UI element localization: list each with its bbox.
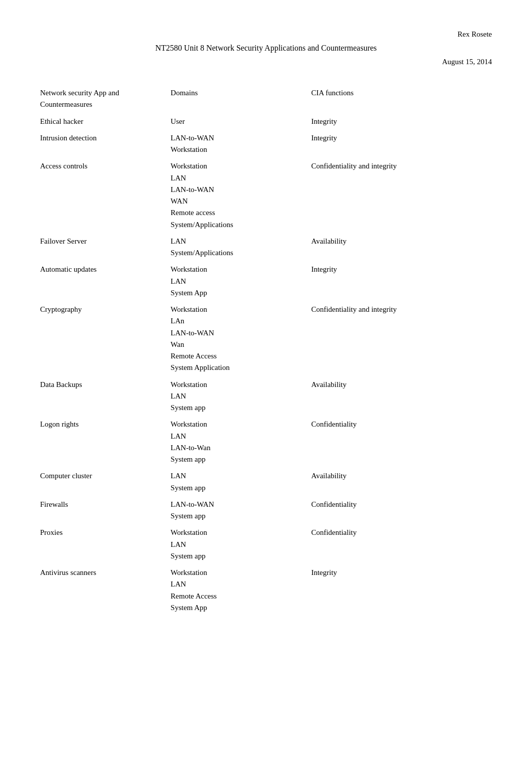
cia-cell: Confidentiality: [311, 415, 492, 466]
app-name: Ethical hacker: [40, 112, 171, 128]
domains-cell: WorkstationLANSystem App: [171, 260, 312, 300]
app-name: Intrusion detection: [40, 128, 171, 157]
cia-cell: Integrity: [311, 128, 492, 157]
cia-cell: Confidentiality and integrity: [311, 156, 492, 232]
app-name: Failover Server: [40, 232, 171, 260]
table-row: Intrusion detectionLAN-to-WANWorkstation…: [40, 128, 492, 157]
domains-cell: LANSystem app: [171, 466, 312, 495]
domains-cell: WorkstationLANLAN-to-WANWANRemote access…: [171, 156, 312, 232]
cia-cell: Integrity: [311, 260, 492, 300]
app-name: Firewalls: [40, 495, 171, 523]
domains-cell: WorkstationLANSystem app: [171, 375, 312, 415]
table-row: Data BackupsWorkstationLANSystem appAvai…: [40, 375, 492, 415]
domains-cell: WorkstationLANLAN-to-WanSystem app: [171, 415, 312, 466]
app-name: Proxies: [40, 523, 171, 563]
app-name: Logon rights: [40, 415, 171, 466]
domains-cell: LANSystem/Applications: [171, 232, 312, 260]
cia-cell: Confidentiality: [311, 495, 492, 523]
app-name: Data Backups: [40, 375, 171, 415]
col2-header: Domains: [171, 86, 312, 112]
table-header-row: Network security App and Countermeasures…: [40, 86, 492, 112]
cia-cell: Availability: [311, 232, 492, 260]
table-row: CryptographyWorkstationLAnLAN-to-WANWanR…: [40, 300, 492, 375]
cia-cell: Availability: [311, 466, 492, 495]
cia-cell: Integrity: [311, 112, 492, 128]
cia-cell: Confidentiality: [311, 523, 492, 563]
app-name: Antivirus scanners: [40, 563, 171, 615]
app-name: Cryptography: [40, 300, 171, 375]
app-name: Access controls: [40, 156, 171, 232]
domains-cell: WorkstationLANRemote AccessSystem App: [171, 563, 312, 615]
author-name: Rex Rosete: [40, 30, 492, 39]
cia-cell: Integrity: [311, 563, 492, 615]
table-row: Computer clusterLANSystem appAvailabilit…: [40, 466, 492, 495]
page-title: NT2580 Unit 8 Network Security Applicati…: [40, 44, 492, 53]
domains-cell: User: [171, 112, 312, 128]
app-name: Computer cluster: [40, 466, 171, 495]
table-row: ProxiesWorkstationLANSystem appConfident…: [40, 523, 492, 563]
table-row: Failover ServerLANSystem/ApplicationsAva…: [40, 232, 492, 260]
table-row: Ethical hackerUserIntegrity: [40, 112, 492, 128]
domains-cell: WorkstationLAnLAN-to-WANWanRemote Access…: [171, 300, 312, 375]
cia-cell: Availability: [311, 375, 492, 415]
table-row: FirewallsLAN-to-WANSystem appConfidentia…: [40, 495, 492, 523]
domains-cell: WorkstationLANSystem app: [171, 523, 312, 563]
col3-header: CIA functions: [311, 86, 492, 112]
cia-cell: Confidentiality and integrity: [311, 300, 492, 375]
table-row: Access controlsWorkstationLANLAN-to-WANW…: [40, 156, 492, 232]
app-name: Automatic updates: [40, 260, 171, 300]
page-date: August 15, 2014: [40, 58, 492, 66]
main-table: Network security App and Countermeasures…: [40, 86, 492, 615]
table-row: Antivirus scannersWorkstationLANRemote A…: [40, 563, 492, 615]
domains-cell: LAN-to-WANSystem app: [171, 495, 312, 523]
table-row: Logon rightsWorkstationLANLAN-to-WanSyst…: [40, 415, 492, 466]
table-row: Automatic updatesWorkstationLANSystem Ap…: [40, 260, 492, 300]
domains-cell: LAN-to-WANWorkstation: [171, 128, 312, 157]
col1-header: Network security App and Countermeasures: [40, 86, 171, 112]
